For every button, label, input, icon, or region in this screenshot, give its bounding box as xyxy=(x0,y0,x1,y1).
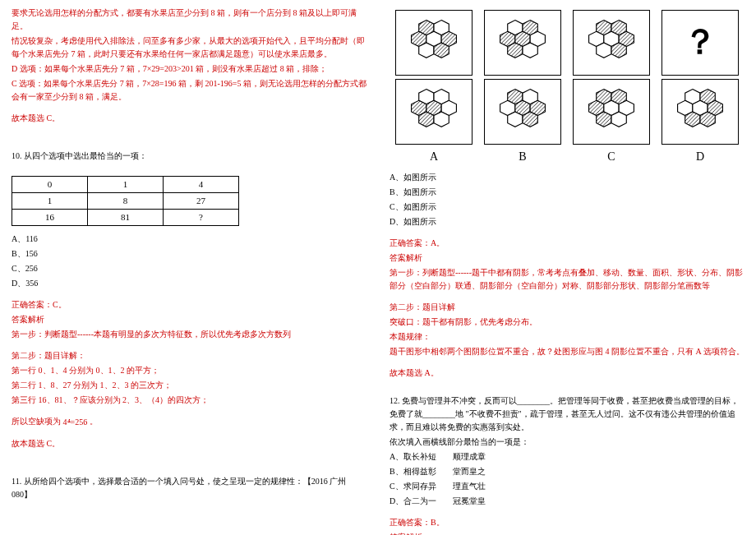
step2-line: 第三行 16、81、？应该分别为 2、3、（4）的四次方； xyxy=(12,394,366,407)
q10-opt: C、256 xyxy=(12,262,366,275)
table-cell: 81 xyxy=(88,210,164,226)
step1: 第一步：列断题型------题干中都有阴影，常考考点有叠加、移动、数量、面积、形… xyxy=(390,266,744,293)
correct-answer: 正确答案：C。 xyxy=(12,298,366,311)
q12-stem2: 依次填入画横线部分最恰当的一项是： xyxy=(390,436,744,449)
step2-line: 第二行 1、8、27 分别为 1、2、3 的三次方； xyxy=(12,379,366,392)
left-column: 要求无论选用怎样的分配方式，都要有水果店至少分到 8 箱，则有一个店分到 8 箱… xyxy=(0,0,378,535)
q10-table: 0 1 4 1 8 27 16 81 ? xyxy=(12,176,239,226)
table-cell: 8 xyxy=(88,193,164,210)
q11-opt: B、如图所示 xyxy=(390,186,744,199)
hex-cluster-icon xyxy=(671,85,729,138)
option-label: D xyxy=(662,148,739,166)
stimulus-cell xyxy=(395,10,472,76)
q12-opt: B、相得益彰 堂而皇之 xyxy=(390,465,744,478)
table-cell: ? xyxy=(164,210,239,226)
svg-marker-14 xyxy=(523,43,537,58)
q11-title: 11. 从所给四个选项中，选择最合适的一个填入问号处，使之呈现一定的规律性：【2… xyxy=(12,475,366,501)
option-cell xyxy=(484,79,561,145)
svg-marker-13 xyxy=(508,43,523,58)
answer-end: 故本题选 C。 xyxy=(12,437,366,450)
svg-marker-27 xyxy=(419,112,434,127)
answer-end: 故本题选 A。 xyxy=(390,367,744,380)
correct-answer: 正确答案：A。 xyxy=(390,237,744,250)
step2-header: 第二步：题目详解 xyxy=(390,301,744,314)
hex-cluster-icon xyxy=(583,16,640,69)
option-cell xyxy=(395,79,472,145)
svg-marker-42 xyxy=(611,112,626,127)
svg-marker-35 xyxy=(523,112,537,127)
step2-line: 突破口：题干都有阴影，优先考虑分布。 xyxy=(390,316,744,329)
table-cell: 1 xyxy=(12,193,88,210)
q10-answer-block: 正确答案：C。 答案解析 第一步：判断题型------本题有明显的多次方特征数，… xyxy=(12,298,366,450)
formula-pre: 所以空缺项为 xyxy=(12,417,61,426)
stimulus-cell xyxy=(573,10,650,76)
red-line: C 选项：如果每个水果店先分 7 箱，7×28=196 箱，剩 201-196=… xyxy=(12,77,366,104)
formula-line: 所以空缺项为 4⁴=256 。 xyxy=(12,415,366,429)
table-cell: 16 xyxy=(12,210,88,226)
hex-cluster-icon xyxy=(583,85,640,138)
stimulus-row: ？ xyxy=(390,10,744,76)
q12-opt: A、取长补短 顺理成章 xyxy=(390,450,744,464)
svg-marker-49 xyxy=(700,112,715,127)
svg-marker-28 xyxy=(434,112,449,127)
table-cell: 0 xyxy=(12,177,88,193)
prev-answer-red: 要求无论选用怎样的分配方式，都要有水果店至少分到 8 箱，则有一个店分到 8 箱… xyxy=(12,7,366,125)
table-cell: 27 xyxy=(164,193,239,210)
answer-header: 答案解析 xyxy=(390,251,744,265)
red-line: 要求无论选用怎样的分配方式，都要有水果店至少分到 8 箱，则有一个店分到 8 箱… xyxy=(12,7,366,33)
hex-cluster-icon xyxy=(494,16,551,69)
q10-title: 10. 从四个选项中选出最恰当的一项： xyxy=(12,150,366,163)
q11-figure: ？ xyxy=(390,10,744,166)
hex-cluster-icon xyxy=(405,85,463,138)
formula-post: 。 xyxy=(90,417,98,426)
q12-answer-block: 正确答案：B。 答案解析 第一空，本空为转折关系。 根据 "反而" 可知，本空为… xyxy=(390,516,744,535)
correct-answer: 正确答案：B。 xyxy=(390,516,744,529)
svg-marker-6 xyxy=(419,43,434,58)
option-label: C xyxy=(573,148,650,166)
step2-header: 第二步：题目详解： xyxy=(12,349,366,362)
table-cell: 1 xyxy=(88,177,164,193)
table-cell: 4 xyxy=(164,177,239,193)
q11-opt: A、如图所示 xyxy=(390,171,744,184)
red-line: D 选项：如果每个水果店先分 7 箱，7×29=203>201 箱，则没有水果店… xyxy=(12,62,366,76)
red-line: 故本题选 C。 xyxy=(12,112,366,125)
option-label: A xyxy=(395,148,472,166)
question-mark-icon: ？ xyxy=(683,15,717,70)
svg-marker-41 xyxy=(597,112,611,127)
option-labels: A B C D xyxy=(390,148,744,166)
q12-opt: D、合二为一 冠冕堂皇 xyxy=(390,495,744,508)
option-cell xyxy=(573,79,650,145)
svg-marker-21 xyxy=(611,43,626,58)
hex-cluster-icon xyxy=(405,16,463,69)
step2-line: 题干图形中相邻两个图阴影位置不重合，故？处图形应与图 4 阴影位置不重合，只有 … xyxy=(390,345,744,358)
question-mark-cell: ？ xyxy=(662,10,739,76)
svg-marker-48 xyxy=(685,112,700,127)
answer-header: 答案解析 xyxy=(390,531,744,535)
q12-opt: C、求同存异 理直气壮 xyxy=(390,480,744,493)
stimulus-cell xyxy=(484,10,561,76)
option-row xyxy=(390,79,744,145)
svg-marker-20 xyxy=(597,43,611,58)
q11-opt: D、如图所示 xyxy=(390,215,744,228)
answer-header: 答案解析 xyxy=(12,313,366,326)
q11-opt: C、如图所示 xyxy=(390,201,744,214)
option-label: B xyxy=(484,148,561,166)
red-line: 情况较复杂，考虑使用代入排除法，问至多有多少家，从最大的选项开始代入，且平均分配… xyxy=(12,35,366,61)
step1: 第一步：判断题型------本题有明显的多次方特征数，所以优先考虑多次方数列 xyxy=(12,328,366,341)
q10-opt: B、156 xyxy=(12,247,366,261)
q10-opt: D、356 xyxy=(12,277,366,290)
hex-cluster-icon xyxy=(494,85,551,138)
q10-opt: A、116 xyxy=(12,233,366,246)
svg-marker-34 xyxy=(508,112,523,127)
formula: 4⁴=256 xyxy=(63,416,88,429)
svg-marker-7 xyxy=(434,43,449,58)
step2-line: 本题规律： xyxy=(390,330,744,344)
q12-stem: 12. 免费与管理并不冲突，反而可以________。把管理等同于收费，甚至把收… xyxy=(390,394,744,434)
right-column: ？ xyxy=(378,0,756,535)
q11-answer-block: 正确答案：A。 答案解析 第一步：列断题型------题干中都有阴影，常考考点有… xyxy=(390,237,744,380)
option-cell xyxy=(662,79,739,145)
step2-line: 第一行 0、1、4 分别为 0、1、2 的平方； xyxy=(12,364,366,377)
